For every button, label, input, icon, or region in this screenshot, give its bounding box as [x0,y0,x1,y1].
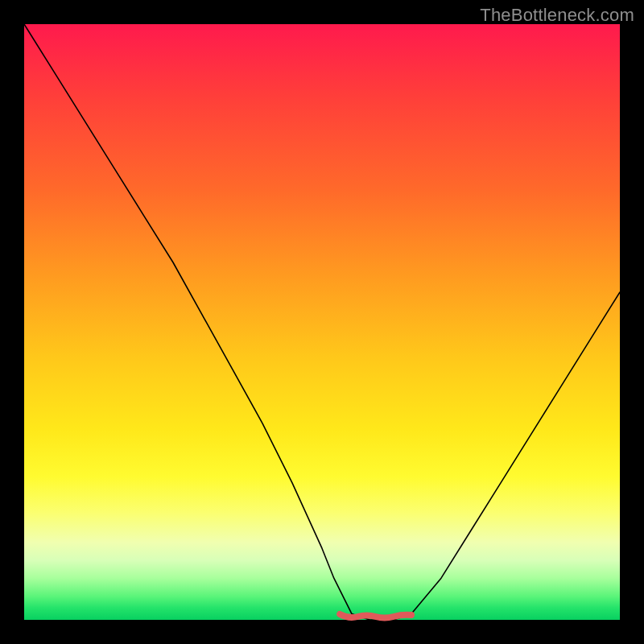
bottleneck-curve [24,24,620,620]
curve-path [24,24,620,620]
watermark-label: TheBottleneck.com [480,5,634,26]
chart-frame: TheBottleneck.com [0,0,644,644]
flat-minimum-marker [340,614,411,618]
chart-plot-area [24,24,620,620]
